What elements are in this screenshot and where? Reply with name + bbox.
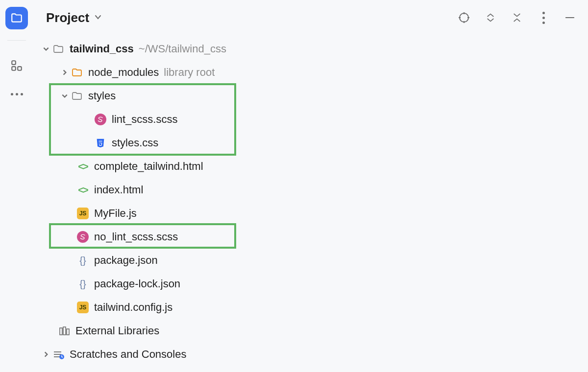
collapse-icon — [512, 12, 522, 23]
tree-node-label: styles — [88, 90, 116, 102]
tree-node-node-modules[interactable]: node_modules library root — [33, 61, 588, 84]
tree-node-package-json[interactable]: {} package.json — [33, 249, 588, 272]
svg-rect-11 — [67, 329, 69, 335]
tree-node-styles[interactable]: styles — [33, 84, 588, 108]
tool-window-title[interactable]: Project — [46, 10, 89, 25]
chevron-right-icon[interactable] — [59, 69, 71, 76]
expand-all-button[interactable] — [484, 11, 497, 24]
tree-node-lint-scss[interactable]: lint_scss.scss — [33, 108, 588, 131]
structure-icon — [10, 59, 23, 72]
html-file-icon: <> — [76, 160, 89, 173]
js-file-icon: JS — [76, 301, 89, 314]
tree-node-label: package-lock.json — [94, 278, 180, 290]
json-file-icon: {} — [76, 254, 89, 267]
tree-node-label: External Libraries — [75, 325, 159, 337]
tree-node-label: index.html — [94, 184, 143, 196]
project-tree[interactable]: tailwind_css ~/WS/tailwind_css node_modu… — [33, 35, 588, 366]
tree-node-scratches[interactable]: Scratches and Consoles — [33, 343, 588, 366]
tree-node-label: tailwind_css — [70, 43, 134, 55]
ellipsis-icon — [11, 93, 23, 95]
tree-node-external-libraries[interactable]: External Libraries — [33, 319, 588, 343]
svg-rect-9 — [60, 328, 62, 335]
tree-node-root[interactable]: tailwind_css ~/WS/tailwind_css — [33, 37, 588, 61]
tree-node-package-lock[interactable]: {} package-lock.json — [33, 272, 588, 296]
target-icon — [458, 12, 470, 23]
tree-node-index[interactable]: <> index.html — [33, 178, 588, 202]
svg-rect-1 — [12, 67, 16, 70]
more-tool-button[interactable] — [5, 87, 28, 101]
minimize-icon — [564, 12, 575, 23]
tree-node-label: no_lint_scss.scss — [94, 231, 178, 243]
json-file-icon: {} — [76, 278, 89, 290]
folder-icon — [10, 12, 23, 24]
html-file-icon: <> — [76, 184, 89, 196]
chevron-down-icon[interactable] — [59, 93, 71, 99]
tree-node-tailwind-config[interactable]: JS tailwind.config.js — [33, 296, 588, 319]
folder-icon — [52, 43, 65, 55]
js-file-icon: JS — [76, 207, 89, 220]
collapse-all-button[interactable] — [511, 11, 523, 24]
css-file-icon — [94, 137, 107, 149]
kebab-icon — [542, 12, 545, 24]
project-tool-button[interactable] — [5, 7, 28, 29]
tree-node-path: ~/WS/tailwind_css — [139, 43, 226, 55]
folder-icon — [71, 90, 83, 102]
tree-node-no-lint-scss[interactable]: no_lint_scss.scss — [33, 225, 588, 249]
chevron-down-icon[interactable] — [40, 46, 52, 52]
tree-node-myfile[interactable]: JS MyFile.js — [33, 202, 588, 225]
scss-file-icon — [94, 113, 107, 126]
rail-separator — [7, 40, 26, 41]
tree-node-tag: library root — [164, 66, 215, 79]
tree-node-label: lint_scss.scss — [112, 113, 177, 126]
view-mode-dropdown[interactable] — [94, 11, 102, 24]
tree-node-label: package.json — [94, 254, 158, 267]
tree-node-label: tailwind.config.js — [94, 301, 172, 314]
svg-point-3 — [460, 13, 468, 22]
tree-node-label: MyFile.js — [94, 207, 137, 220]
svg-rect-0 — [12, 61, 16, 65]
libraries-icon — [58, 325, 71, 337]
expand-icon — [486, 12, 495, 23]
tree-node-label: node_modules — [88, 66, 159, 79]
tree-node-label: complete_tailwind.html — [94, 160, 203, 173]
chevron-down-icon — [94, 13, 102, 21]
options-button[interactable] — [537, 11, 550, 24]
structure-tool-button[interactable] — [5, 54, 28, 77]
scss-file-icon — [76, 231, 89, 243]
tree-node-label: Scratches and Consoles — [70, 348, 186, 361]
chevron-right-icon[interactable] — [40, 351, 52, 358]
tool-window-header: Project — [33, 0, 588, 35]
library-folder-icon — [71, 66, 83, 79]
svg-rect-10 — [63, 327, 66, 335]
tree-node-label: styles.css — [112, 137, 158, 149]
svg-rect-2 — [18, 67, 22, 70]
tool-window-rail — [0, 0, 33, 372]
select-opened-file-button[interactable] — [458, 11, 470, 24]
hide-button[interactable] — [564, 11, 576, 24]
header-actions — [458, 11, 576, 24]
tree-node-complete-tailwind[interactable]: <> complete_tailwind.html — [33, 155, 588, 178]
scratches-icon — [52, 348, 65, 361]
tree-node-styles-css[interactable]: styles.css — [33, 131, 588, 155]
